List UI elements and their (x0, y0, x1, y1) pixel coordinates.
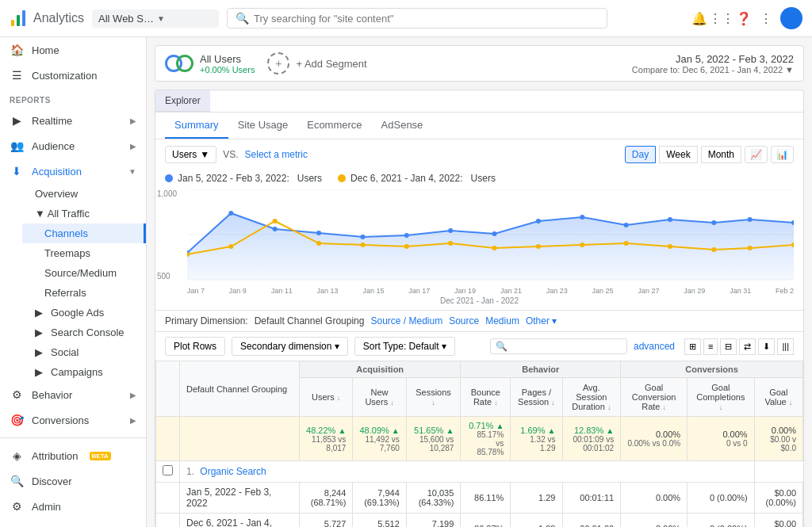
admin-icon: ⚙ (10, 500, 24, 513)
svg-point-20 (748, 217, 753, 222)
notifications-icon[interactable]: 🔔 (691, 10, 707, 26)
secondary-dimension-btn[interactable]: Secondary dimension ▾ (232, 337, 348, 356)
summary-avg-arrow: ▲ (606, 426, 614, 435)
export-btn[interactable]: ⬇ (758, 338, 775, 355)
sidebar-item-overview[interactable]: Overview (22, 184, 146, 204)
sidebar-item-referrals[interactable]: Referrals (22, 283, 146, 303)
property-selector[interactable]: All Web Site Data ▼ (92, 10, 219, 28)
col-avg-session[interactable]: Avg. Session Duration ↓ (562, 378, 621, 417)
row1-checkbox-input[interactable] (163, 465, 173, 475)
tab-ecommerce[interactable]: Ecommerce (297, 113, 371, 139)
svg-point-30 (536, 244, 541, 249)
summary-pages-sub: 1.32 vs 1.29 (517, 435, 555, 453)
summary-pages-val: 1.69% (520, 426, 545, 435)
col-pages-session[interactable]: Pages / Session ↓ (511, 378, 562, 417)
summary-avg-sub: 00:01:09 vs 00:01:02 (569, 435, 615, 453)
sidebar-item-audience[interactable]: 👥 Audience ▶ (0, 133, 146, 158)
sidebar-item-admin[interactable]: ⚙ Admin (0, 494, 146, 519)
tab-summary[interactable]: Summary (165, 113, 228, 139)
sidebar-item-all-traffic[interactable]: ▼ All Traffic (22, 204, 146, 223)
sidebar-item-google-ads[interactable]: ▶ Google Ads (22, 303, 146, 323)
sidebar-label-realtime: Realtime (32, 115, 72, 127)
svg-point-31 (580, 242, 584, 247)
tab-adsense[interactable]: AdSense (372, 113, 433, 139)
line-chart-btn[interactable]: 📈 (745, 146, 768, 163)
period-day-btn[interactable]: Day (625, 146, 656, 163)
col-goal-conv[interactable]: Goal Conversion Rate ↓ (621, 378, 688, 417)
subrow-jan5-check (156, 483, 180, 514)
col-bounce-rate[interactable]: Bounce Rate ↓ (461, 378, 511, 417)
sidebar-item-attribution[interactable]: ◈ Attribution BETA (0, 443, 146, 468)
legend-compare: Dec 6, 2021 - Jan 4, 2022: Users (338, 173, 496, 184)
sidebar-label-all-traffic: ▼ All Traffic (35, 208, 90, 220)
reports-section-label: REPORTS (0, 88, 146, 108)
x-label-jan9: Jan 9 (229, 287, 247, 295)
dimension-other[interactable]: Other ▾ (526, 315, 557, 327)
sidebar-item-channels[interactable]: Channels (22, 223, 146, 243)
period-week-btn[interactable]: Week (659, 146, 697, 163)
col-goal-value[interactable]: Goal Value ↓ (754, 378, 802, 417)
sidebar-item-treemaps[interactable]: Treemaps (22, 243, 146, 263)
dimension-bar: Primary Dimension: Default Channel Group… (155, 310, 803, 331)
sidebar-item-acquisition[interactable]: ⬇ Acquisition ▼ (0, 158, 146, 184)
acquisition-icon: ⬇ (10, 165, 24, 178)
col-users[interactable]: Users ↓ (299, 378, 352, 417)
sidebar-item-realtime[interactable]: ▶ Realtime ▶ (0, 108, 146, 133)
col-new-users[interactable]: New Users ↓ (353, 378, 406, 417)
sort-type-btn[interactable]: Sort Type: Default ▾ (354, 337, 455, 356)
search-bar[interactable]: 🔍 (227, 8, 607, 29)
organic-search-link[interactable]: Organic Search (200, 466, 266, 477)
sidebar-item-source-medium[interactable]: Source/Medium (22, 263, 146, 283)
sidebar-item-search-console[interactable]: ▶ Search Console (22, 323, 146, 342)
dimension-source-medium[interactable]: Source / Medium (370, 315, 442, 327)
sidebar-item-home[interactable]: 🏠 Home (0, 37, 146, 63)
more-icon[interactable]: ⋮ (758, 10, 774, 26)
dimension-current: Default Channel Grouping (255, 315, 365, 327)
col-group-conversions: Conversions (621, 361, 803, 378)
sidebar-item-customization[interactable]: ☰ Customization (0, 63, 146, 88)
row1-checkbox[interactable] (156, 461, 180, 483)
date-range: Jan 5, 2022 - Feb 3, 2022 Compare to: De… (632, 53, 794, 74)
tab-site-usage[interactable]: Site Usage (228, 113, 298, 139)
filter-bar: Plot Rows Secondary dimension ▾ Sort Typ… (155, 331, 803, 361)
sidebar-label-campaigns: Campaigns (51, 366, 103, 378)
dimension-source[interactable]: Source (449, 315, 479, 327)
search-input[interactable] (254, 13, 599, 25)
summary-bounce: 0.71% ▲ 85.17% vs 85.78% (461, 417, 511, 461)
plot-rows-btn[interactable]: Plot Rows (165, 337, 225, 356)
pivot-btn[interactable]: ⊟ (720, 338, 737, 355)
summary-goal-value: 0.00% $0.00 v $0.0 (754, 417, 802, 461)
chart-type-btns: Day Week Month 📈 📊 (625, 146, 794, 163)
grid-view-btn[interactable]: ⊞ (684, 338, 701, 355)
sidebar-item-conversions[interactable]: 🎯 Conversions ▶ (0, 407, 146, 433)
metric-select: Users ▼ VS. Select a metric (165, 146, 308, 163)
sidebar-item-social[interactable]: ▶ Social (22, 342, 146, 362)
sidebar-item-campaigns[interactable]: ▶ Campaigns (22, 362, 146, 382)
advanced-link[interactable]: advanced (634, 341, 675, 352)
table-search-input[interactable] (511, 341, 622, 352)
sidebar-item-discover[interactable]: 🔍 Discover (0, 468, 146, 494)
svg-point-27 (404, 244, 409, 249)
user-avatar[interactable] (780, 7, 802, 29)
select-metric-link[interactable]: Select a metric (245, 149, 308, 160)
help-icon[interactable]: ❓ (736, 10, 752, 26)
subrow-dec6-goal-value: $0.00 (0.00%) (754, 514, 802, 528)
columns-btn[interactable]: ||| (777, 338, 794, 355)
period-month-btn[interactable]: Month (701, 146, 741, 163)
metric-dropdown[interactable]: Users ▼ (165, 146, 216, 163)
dimension-medium[interactable]: Medium (485, 315, 519, 327)
compare-btn[interactable]: ⇄ (739, 338, 756, 355)
sidebar-item-behavior[interactable]: ⚙ Behavior ▶ (0, 382, 146, 407)
sidebar-label-social: Social (51, 346, 79, 358)
list-view-btn[interactable]: ≡ (703, 338, 718, 355)
audience-icon: 👥 (10, 139, 24, 152)
col-goal-comp[interactable]: Goal Completions ↓ (688, 378, 755, 417)
apps-icon[interactable]: ⋮⋮ (714, 10, 730, 26)
chart-y-labels: 1,000 500 (157, 189, 177, 281)
summary-new-users-val: 48.09% (359, 426, 389, 435)
col-sessions[interactable]: Sessions ↓ (406, 378, 461, 417)
summary-new-users: 48.09% ▲ 11,492 vs 7,760 (353, 417, 406, 461)
explorer-tab[interactable]: Explorer (155, 90, 210, 112)
add-segment-item[interactable]: + + Add Segment (267, 52, 366, 74)
bar-chart-btn[interactable]: 📊 (771, 146, 794, 163)
